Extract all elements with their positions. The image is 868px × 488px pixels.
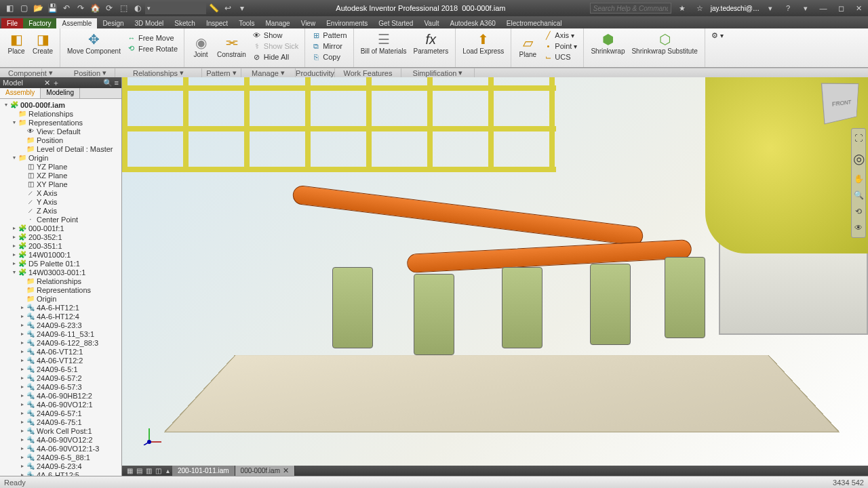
tree-item[interactable]: ▸🔩Work Cell Post:1	[0, 426, 121, 435]
tree-item[interactable]: ⟋X Axis	[0, 188, 121, 197]
browser-search-icon[interactable]: 🔍	[103, 79, 113, 87]
hide-all-button[interactable]: ⊘Hide All	[250, 52, 300, 62]
select-icon[interactable]: ⬚	[117, 2, 130, 14]
move-component-button[interactable]: ✥Move Component	[64, 30, 123, 56]
axis-button[interactable]: ╱Axis ▾	[541, 30, 579, 41]
parameters-button[interactable]: fxParameters	[411, 30, 452, 56]
tree-item[interactable]: ▸🔩24A09-6-11_53:1	[0, 329, 121, 338]
tree-item[interactable]: ▸🔩4A-6-HT12:5	[0, 470, 121, 476]
close-icon[interactable]: ✕	[852, 3, 865, 14]
load-express-button[interactable]: ⬆Load Express	[460, 30, 507, 56]
tree-item[interactable]: 📁Relationships	[0, 277, 121, 285]
tab-inspect[interactable]: Inspect	[201, 18, 233, 28]
copy-button[interactable]: ⎘Copy	[309, 52, 349, 62]
nav-orbit-icon[interactable]: ⟲	[852, 205, 865, 218]
panel-label-simplify[interactable]: Simplification ▾	[401, 68, 475, 77]
constrain-button[interactable]: ⫘Constrain	[214, 33, 249, 60]
app-menu-icon[interactable]: ◧	[3, 2, 16, 14]
tree-item[interactable]: ▸🔩24A09-6-23:4	[0, 462, 121, 470]
nav-pan-icon[interactable]: ✋	[852, 172, 865, 186]
tree-item[interactable]: ▸🔩24A09-6-122_88:3	[0, 338, 121, 347]
tree-item[interactable]: ▸🧩000-001f:1	[0, 224, 121, 232]
tree-item[interactable]: ▸🔩24A09-6-5:1	[0, 365, 121, 373]
bom-button[interactable]: ☰Bill of Materials	[358, 30, 410, 56]
tab-file[interactable]: File	[1, 18, 23, 28]
tree-item[interactable]: ▾📁Representations	[0, 118, 121, 127]
browser-menu-icon[interactable]: ≡	[115, 79, 119, 87]
tree-item[interactable]: ▸🔩24A09-6-57:2	[0, 373, 121, 382]
tab-tools[interactable]: Tools	[233, 18, 260, 28]
point-button[interactable]: •Point ▾	[541, 41, 579, 52]
help-dropdown-icon[interactable]: ▾	[799, 3, 812, 14]
shrinkwrap-sub-button[interactable]: ⬡Shrinkwrap Substitute	[629, 30, 700, 56]
measure-icon[interactable]: 📏	[207, 2, 220, 14]
tree-item[interactable]: 📁Origin	[0, 294, 121, 303]
favorites-icon[interactable]: ▾	[764, 3, 777, 14]
tree-item[interactable]: ▸🔩4A-06-90VO12:1	[0, 400, 121, 409]
plane-button[interactable]: ▱Plane	[515, 33, 540, 60]
tree-item[interactable]: ▸🔩4A-06-90HB12:2	[0, 391, 121, 400]
tree-item[interactable]: ▸🔩24A09-6-75:1	[0, 418, 121, 426]
tab-3d-model[interactable]: 3D Model	[130, 18, 170, 28]
show-button[interactable]: 👁Show	[250, 30, 300, 41]
tree-item[interactable]: ▸🔩24A09-6-57:1	[0, 409, 121, 418]
tree-item[interactable]: ▸🔩4A-06-VT12:2	[0, 356, 121, 365]
tree-item[interactable]: ▸🧩14W01000:1	[0, 250, 121, 259]
tab-up-icon[interactable]: ▴	[163, 466, 172, 475]
tree-item[interactable]: ⟋Z Axis	[0, 206, 121, 215]
redo-icon[interactable]: ↷	[74, 2, 87, 14]
tab-vault[interactable]: Vault	[418, 18, 444, 28]
tab-environments[interactable]: Environments	[321, 18, 373, 28]
material-icon[interactable]: ◐	[131, 2, 144, 14]
tab-tile1-icon[interactable]: ▦	[125, 466, 134, 475]
new-icon[interactable]: ▢	[17, 2, 31, 14]
tab-sketch[interactable]: Sketch	[169, 18, 201, 28]
tree-item[interactable]: ▸🔩4A-06-90VO12:2	[0, 435, 121, 444]
tab-view[interactable]: View	[296, 18, 321, 28]
tab-tile2-icon[interactable]: ▤	[134, 466, 144, 475]
doc-tab[interactable]: 200-101-011.iam	[172, 466, 235, 476]
help-icon[interactable]: ?	[781, 3, 795, 14]
3d-scene[interactable]: FRONT ⛶ ◎ ✋ 🔍 ⟲ 👁	[122, 77, 868, 476]
tree-item[interactable]: ▸🔩24A09-6-23:3	[0, 321, 121, 329]
tree-item[interactable]: ⟋Y Axis	[0, 197, 121, 206]
browser-add-icon[interactable]: ✕ ＋	[44, 79, 60, 87]
appearance-icon[interactable]: ▾	[145, 2, 206, 14]
tree-item[interactable]: ▸🔩4A-06-90VO12:1-3	[0, 444, 121, 453]
tab-electromechanical[interactable]: Electromechanical	[501, 18, 568, 28]
ucs-button[interactable]: ⌙UCS	[541, 52, 579, 62]
nav-wheel-icon[interactable]: ◎	[852, 148, 865, 169]
tab-design[interactable]: Design	[97, 18, 129, 28]
nav-lookat-icon[interactable]: 👁	[852, 221, 865, 235]
tree-item[interactable]: ▾🧩14W03003-001:1	[0, 268, 121, 277]
save-icon[interactable]: 💾	[45, 2, 59, 14]
tab-factory[interactable]: Factory	[23, 18, 56, 28]
tree-item[interactable]: 📁Position	[0, 136, 121, 144]
tab-get-started[interactable]: Get Started	[373, 18, 418, 28]
tree-item[interactable]: ·Center Point	[0, 215, 121, 224]
tree-item[interactable]: ▸🔩24A09-6-5_88:1	[0, 453, 121, 462]
maximize-icon[interactable]: ◻	[834, 3, 848, 14]
panel-label-productivity[interactable]: Productivity	[296, 68, 335, 77]
tree-item[interactable]: ▸🔩4A-6-HT12:4	[0, 312, 121, 321]
tree-item[interactable]: ▸🔩4A-06-VT12:1	[0, 347, 121, 356]
create-button[interactable]: ◨Create	[30, 30, 56, 56]
undo-icon[interactable]: ↶	[60, 2, 73, 14]
panel-label-manage[interactable]: Manage ▾	[241, 68, 296, 77]
search-input[interactable]	[590, 3, 671, 14]
tree-item[interactable]: 📁Level of Detail : Master	[0, 144, 121, 153]
tree-item[interactable]: ◫XZ Plane	[0, 171, 121, 180]
signin-star2-icon[interactable]: ☆	[693, 3, 707, 14]
free-move-button[interactable]: ↔Free Move	[125, 33, 180, 43]
tab-manage[interactable]: Manage	[260, 18, 296, 28]
shrinkwrap-button[interactable]: ⬢Shrinkwrap	[588, 30, 627, 56]
minimize-icon[interactable]: —	[816, 3, 830, 14]
doc-tab[interactable]: 000-000f.iam ✕	[235, 466, 295, 476]
free-rotate-button[interactable]: ⟲Free Rotate	[125, 43, 180, 54]
nav-full-icon[interactable]: ⛶	[852, 131, 865, 145]
tree-item[interactable]: ◫XY Plane	[0, 180, 121, 188]
place-button[interactable]: ◧Place	[4, 30, 28, 56]
joint-button[interactable]: ◉Joint	[189, 33, 213, 60]
tree-item[interactable]: 📁Relationships	[0, 109, 121, 118]
panel-label-component[interactable]: Component ▾	[0, 68, 42, 77]
